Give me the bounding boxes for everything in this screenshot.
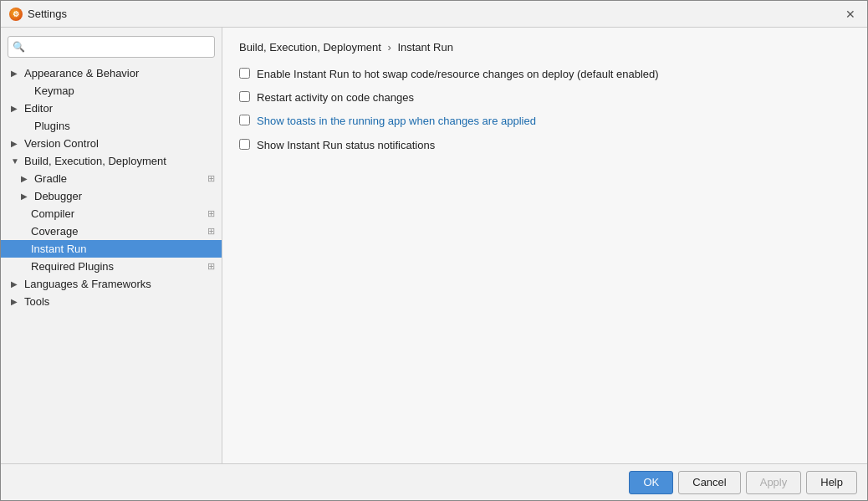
config-icon: ⊞ xyxy=(207,226,215,237)
sidebar-item-languages-frameworks[interactable]: ▶ Languages & Frameworks xyxy=(1,275,222,293)
sidebar-item-tools[interactable]: ▶ Tools xyxy=(1,293,222,310)
checkbox-row-show-notifications: Show Instant Run status notifications xyxy=(239,138,850,153)
sidebar-item-compiler[interactable]: Compiler ⊞ xyxy=(1,205,222,222)
config-icon: ⊞ xyxy=(207,208,215,219)
show-toasts-checkbox[interactable] xyxy=(239,115,250,125)
sidebar-item-debugger[interactable]: ▶ Debugger xyxy=(1,187,222,205)
footer: OK Cancel Apply Help xyxy=(1,463,867,500)
config-icon: ⊞ xyxy=(207,261,215,272)
sidebar-item-appearance[interactable]: ▶ Appearance & Behavior xyxy=(1,64,222,82)
search-box[interactable]: 🔍 xyxy=(8,36,215,58)
sidebar-item-label: Instant Run xyxy=(31,243,87,255)
main-content: 🔍 ▶ Appearance & Behavior ▶ Keymap ▶ Edi… xyxy=(1,28,867,463)
restart-activity-checkbox[interactable] xyxy=(239,91,250,102)
sidebar-item-gradle[interactable]: ▶ Gradle ⊞ xyxy=(1,170,222,187)
checkbox-row-restart-activity: Restart activity on code changes xyxy=(239,90,850,105)
sidebar-item-version-control[interactable]: ▶ Version Control xyxy=(1,135,222,152)
apply-button[interactable]: Apply xyxy=(746,471,802,494)
arrow-icon: ▼ xyxy=(11,156,21,166)
arrow-icon: ▶ xyxy=(11,279,21,289)
restart-activity-label[interactable]: Restart activity on code changes xyxy=(257,90,414,105)
sidebar-item-label: Compiler xyxy=(31,207,74,220)
title-bar-left: ⚙ Settings xyxy=(9,8,67,21)
sidebar-item-instant-run[interactable]: Instant Run xyxy=(1,240,222,258)
config-icon: ⊞ xyxy=(207,173,215,184)
app-icon: ⚙ xyxy=(9,8,23,21)
search-input[interactable] xyxy=(8,36,215,58)
sidebar-item-label: Gradle xyxy=(34,172,67,185)
ok-button[interactable]: OK xyxy=(629,471,673,494)
title-bar: ⚙ Settings ✕ xyxy=(1,1,867,28)
show-toasts-label[interactable]: Show toasts in the running app when chan… xyxy=(257,114,536,129)
arrow-icon: ▶ xyxy=(11,104,21,113)
window-title: Settings xyxy=(28,8,67,20)
arrow-icon: ▶ xyxy=(11,69,21,78)
arrow-icon: ▶ xyxy=(11,139,21,148)
sidebar-item-label: Coverage xyxy=(31,225,78,238)
arrow-icon: ▶ xyxy=(21,174,31,183)
sidebar-item-plugins[interactable]: ▶ Plugins xyxy=(1,117,222,135)
sidebar-item-label: Debugger xyxy=(34,190,82,202)
settings-dialog: ⚙ Settings ✕ 🔍 ▶ Appearance & Behavior ▶… xyxy=(0,0,868,501)
breadcrumb-current: Instant Run xyxy=(397,41,453,54)
checkbox-row-enable-instant-run: Enable Instant Run to hot swap code/reso… xyxy=(239,67,850,82)
breadcrumb-parent: Build, Execution, Deployment xyxy=(239,41,381,54)
search-icon: 🔍 xyxy=(13,41,25,53)
content-area: Build, Execution, Deployment › Instant R… xyxy=(222,28,867,463)
enable-instant-run-label[interactable]: Enable Instant Run to hot swap code/reso… xyxy=(257,67,659,82)
sidebar-item-label: Languages & Frameworks xyxy=(24,278,151,290)
cancel-button[interactable]: Cancel xyxy=(678,471,740,494)
sidebar-item-build-execution[interactable]: ▼ Build, Execution, Deployment xyxy=(1,152,222,170)
show-notifications-label[interactable]: Show Instant Run status notifications xyxy=(257,138,435,153)
close-button[interactable]: ✕ xyxy=(842,6,859,23)
help-button[interactable]: Help xyxy=(806,471,857,494)
enable-instant-run-checkbox[interactable] xyxy=(239,68,250,79)
breadcrumb: Build, Execution, Deployment › Instant R… xyxy=(239,41,850,54)
sidebar-item-label: Required Plugins xyxy=(31,260,114,273)
breadcrumb-separator: › xyxy=(387,41,391,54)
sidebar-item-label: Editor xyxy=(24,102,53,115)
sidebar-item-label: Version Control xyxy=(24,137,99,150)
sidebar-item-label: Tools xyxy=(24,295,49,308)
checkbox-row-show-toasts: Show toasts in the running app when chan… xyxy=(239,114,850,129)
show-notifications-checkbox[interactable] xyxy=(239,139,250,150)
sidebar-item-editor[interactable]: ▶ Editor xyxy=(1,100,222,117)
arrow-icon: ▶ xyxy=(21,192,31,201)
sidebar-item-required-plugins[interactable]: Required Plugins ⊞ xyxy=(1,258,222,275)
sidebar-item-label: Keymap xyxy=(34,84,74,97)
arrow-icon: ▶ xyxy=(11,297,21,306)
sidebar-item-keymap[interactable]: ▶ Keymap xyxy=(1,82,222,100)
sidebar-item-coverage[interactable]: Coverage ⊞ xyxy=(1,222,222,240)
sidebar: 🔍 ▶ Appearance & Behavior ▶ Keymap ▶ Edi… xyxy=(1,28,222,463)
sidebar-item-label: Build, Execution, Deployment xyxy=(24,155,166,167)
sidebar-item-label: Plugins xyxy=(34,120,70,132)
sidebar-item-label: Appearance & Behavior xyxy=(24,67,139,79)
